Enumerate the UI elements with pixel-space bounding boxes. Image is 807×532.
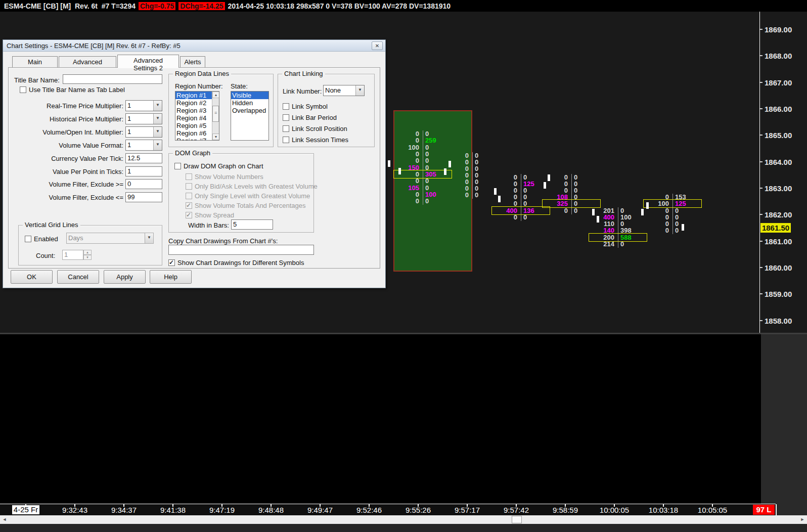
chevron-down-icon[interactable]: ▼ <box>153 127 162 137</box>
time-label: 9:49:47 <box>296 506 344 514</box>
count-spinner[interactable]: 1 ▲▼ <box>62 250 92 260</box>
chevron-down-icon[interactable]: ▼ <box>153 140 162 150</box>
region-item-4[interactable]: Region #4 <box>175 114 212 122</box>
spinner-value[interactable]: 1 <box>62 250 83 260</box>
spin-up-icon[interactable]: ▲ <box>83 250 92 255</box>
show-volume-numbers-checkbox[interactable]: Show Volume Numbers <box>186 173 263 181</box>
close-icon[interactable]: ✕ <box>372 41 383 50</box>
time-label: 10:05:05 <box>688 506 737 514</box>
price-axis[interactable]: 1869.001868.001867.001866.001865.001864.… <box>759 12 807 333</box>
show-drawings-checkbox[interactable]: Show Chart Drawings for Different Symbol… <box>168 259 304 267</box>
link-session-times-checkbox[interactable]: Link Session Times <box>283 136 348 144</box>
region-item-6[interactable]: Region #6 <box>175 129 212 137</box>
region-item-2[interactable]: Region #2 <box>175 99 212 107</box>
scroll-left-arrow-icon[interactable]: ◄ <box>1 516 8 523</box>
dialog-title-bar[interactable]: Chart Settings - ESM4-CME [CB] [M] Rev. … <box>3 40 385 52</box>
show-volume-totals-and-percentages-checkbox[interactable]: Show Volume Totals And Percentages <box>186 202 305 209</box>
time-tick <box>25 504 26 507</box>
region-item-1[interactable]: Region #1 <box>175 92 212 99</box>
input-value-per-point-in-ticks[interactable]: 1 <box>125 166 162 176</box>
region-item-5[interactable]: Region #5 <box>175 122 212 129</box>
last-price-highlight: 1861.50 <box>760 223 791 233</box>
tab-alerts[interactable]: Alerts <box>180 56 205 67</box>
input-volume-filter-exclude[interactable]: 99 <box>125 192 162 202</box>
chevron-down-icon[interactable]: ▼ <box>153 101 162 111</box>
combo-volume-open-int-multiplier[interactable]: 1▼ <box>125 126 162 138</box>
region-item-3[interactable]: Region #3 <box>175 107 212 114</box>
grid-period-combo[interactable]: Days ▼ <box>66 233 154 244</box>
title-bar-name-label: Title Bar Name: <box>14 76 60 84</box>
scroll-down-icon[interactable]: ▼ <box>212 134 219 140</box>
combo-real-time-price-multiplier[interactable]: 1▼ <box>125 100 162 111</box>
price-label: 1865.00 <box>765 131 792 140</box>
link-scroll-position-checkbox[interactable]: Link Scroll Position <box>283 125 347 132</box>
trade-tick-mark <box>646 202 649 209</box>
field-label-historical-price-multiplier: Historical Price Multiplier: <box>13 115 123 123</box>
symbol-title: ESM4-CME [CB] [M] Rev. 6t #7 T=3294 <box>4 2 136 10</box>
width-in-bars-input[interactable]: 5 <box>231 219 273 230</box>
link-number-combo[interactable]: None ▼ <box>323 85 365 96</box>
cancel-button[interactable]: Cancel <box>57 270 99 284</box>
stats-table: 204.00100.00-1712.00-23.00-3101.0031.00-… <box>0 334 761 504</box>
scroll-up-icon[interactable]: ▲ <box>212 92 219 98</box>
field-label-real-time-price-multiplier: Real-Time Price Multiplier: <box>13 102 123 110</box>
tab-main-settings[interactable]: Main Settings <box>12 56 58 67</box>
price-label: 1860.00 <box>765 263 792 272</box>
tab-advanced-settings-2[interactable]: Advanced Settings 2 <box>117 55 179 68</box>
checkbox-box <box>20 86 26 93</box>
input-volume-filter-exclude[interactable]: 0 <box>125 179 162 189</box>
use-title-bar-name-checkbox[interactable]: Use Title Bar Name as Tab Label <box>20 86 125 94</box>
scrollbar-thumb[interactable] <box>512 516 522 523</box>
state-item-visible[interactable]: Visible <box>231 92 268 99</box>
state-item-hidden[interactable]: Hidden <box>231 99 268 107</box>
ok-button[interactable]: OK <box>11 270 53 284</box>
vertical-grid-enabled-checkbox[interactable]: Enabled <box>25 235 58 243</box>
combo-volume-value-format[interactable]: 1▼ <box>125 140 162 151</box>
time-axis-right-gap <box>777 504 807 515</box>
chevron-down-icon[interactable]: ▼ <box>355 85 364 96</box>
trade-tick-mark <box>449 161 451 167</box>
horizontal-scrollbar[interactable]: ◄ ► <box>0 515 807 524</box>
copy-drawings-label: Copy Chart Drawings From Chart #'s: <box>168 237 278 245</box>
draw-dom-graph-checkbox[interactable]: Draw DOM Graph on Chart <box>174 162 263 170</box>
region-item-7[interactable]: Region #7 <box>175 137 212 141</box>
time-label: 9:52:46 <box>345 506 393 514</box>
title-bar-name-input[interactable] <box>63 74 162 84</box>
field-label-volume-value-format: Volume Value Format: <box>13 142 123 149</box>
link-symbol-checkbox[interactable]: Link Symbol <box>283 103 328 110</box>
scroll-right-arrow-icon[interactable]: ► <box>799 516 806 523</box>
trade-tick-mark <box>398 168 401 174</box>
region-state-list[interactable]: VisibleHiddenOverlapped <box>231 91 269 141</box>
show-spread-checkbox[interactable]: Show Spread <box>186 211 234 219</box>
price-label: 1867.00 <box>765 78 792 87</box>
list-scrollbar[interactable]: ▲ ▼ <box>212 92 219 140</box>
only-single-level-with-greatest-volume-checkbox[interactable]: Only Single Level with Greatest Volume <box>186 192 310 200</box>
checkbox-box <box>283 103 289 110</box>
list-scroll-thumb[interactable] <box>212 106 219 122</box>
chevron-down-icon[interactable]: ▼ <box>153 114 162 124</box>
checkbox-label: Link Session Times <box>292 136 348 144</box>
only-bid-ask-levels-with-greatest-volume-checkbox[interactable]: Only Bid/Ask Levels with Greatest Volume <box>186 183 318 190</box>
chevron-down-icon[interactable]: ▼ <box>145 233 153 243</box>
state-item-overlapped[interactable]: Overlapped <box>231 107 268 114</box>
apply-button[interactable]: Apply <box>104 270 146 284</box>
trade-tick-mark <box>641 209 644 215</box>
checkbox-box <box>25 236 31 242</box>
spin-down-icon[interactable]: ▼ <box>83 255 92 260</box>
combo-value: 1 <box>126 101 153 111</box>
checkbox-label: Draw DOM Graph on Chart <box>184 162 263 170</box>
dialog-title: Chart Settings - ESM4-CME [CB] [M] Rev. … <box>7 42 181 50</box>
combo-historical-price-multiplier[interactable]: 1▼ <box>125 113 162 124</box>
combo-value: 1 <box>126 140 153 150</box>
chg-badge: Chg=-0.75 <box>139 2 175 10</box>
time-axis[interactable]: 4-25 Fr 97 L 9:32:439:34:379:41:389:47:1… <box>0 504 776 515</box>
tab-advanced-settings[interactable]: Advanced Settings <box>59 56 116 67</box>
group-caption: DOM Graph <box>173 149 212 157</box>
trade-tick-mark <box>498 196 501 202</box>
trade-tick-mark <box>548 174 550 181</box>
copy-drawings-input[interactable] <box>168 245 314 255</box>
region-number-list[interactable]: Region #1Region #2Region #3Region #4Regi… <box>175 91 219 141</box>
link-bar-period-checkbox[interactable]: Link Bar Period <box>283 114 337 121</box>
help-button[interactable]: Help <box>150 270 192 284</box>
input-currency-value-per-tick[interactable]: 12.5 <box>125 153 162 163</box>
